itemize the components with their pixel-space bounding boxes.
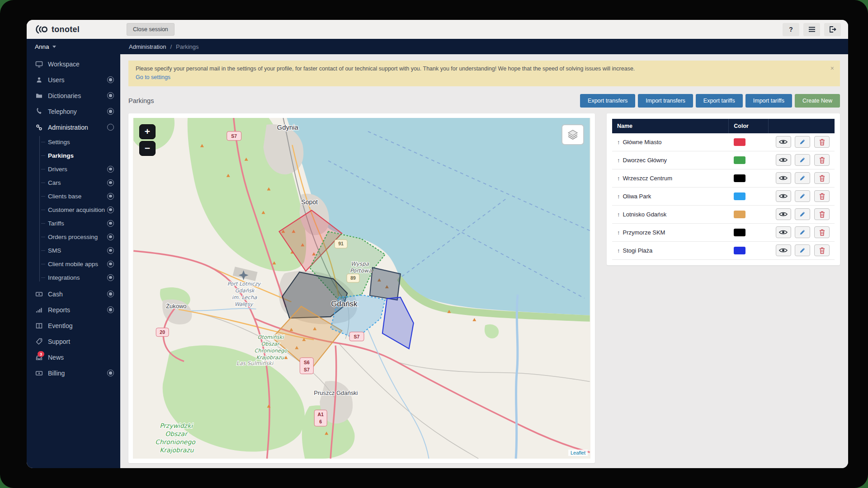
view-button[interactable]: [776, 154, 791, 166]
expand-icon[interactable]: [107, 220, 114, 227]
sidebar-item-telephony[interactable]: Telephony: [27, 103, 120, 119]
collapse-icon[interactable]: [107, 124, 114, 131]
create-new-button[interactable]: Create New: [795, 94, 840, 108]
color-swatch: [734, 174, 745, 182]
tag-icon: [35, 338, 43, 345]
sidebar-item-users[interactable]: Users: [27, 72, 120, 88]
user-menu[interactable]: Anna: [27, 39, 120, 54]
map-layers-button[interactable]: [561, 124, 584, 145]
sidebar-item-news[interactable]: 3 News: [27, 349, 120, 365]
edit-button[interactable]: [795, 136, 810, 148]
expand-icon[interactable]: [107, 274, 114, 281]
svg-text:Wałęsy: Wałęsy: [235, 301, 254, 307]
expand-icon[interactable]: [107, 76, 114, 83]
sidebar-item-orders-processing[interactable]: Orders processing: [48, 230, 120, 244]
edit-button[interactable]: [795, 154, 810, 166]
delete-button[interactable]: [814, 208, 830, 220]
view-button[interactable]: [776, 226, 791, 238]
sidebar-item-dictionaries[interactable]: Dictionaries: [27, 88, 120, 103]
table-header-row: Name Color: [612, 119, 835, 133]
delete-button[interactable]: [814, 190, 830, 202]
delete-button[interactable]: [814, 136, 830, 148]
export-tariffs-button[interactable]: Export tariffs: [696, 94, 743, 108]
leaflet-map[interactable]: Gdynia Sopot Gdańsk Żukowo Pruszcz Gdańs…: [133, 118, 590, 459]
help-button[interactable]: ?: [783, 23, 799, 36]
edit-button[interactable]: [795, 244, 810, 256]
sort-arrow-icon[interactable]: ↑: [617, 157, 620, 164]
sidebar-item-drivers[interactable]: Drivers: [48, 162, 120, 176]
delete-button[interactable]: [814, 172, 830, 184]
sidebar-item-sms[interactable]: SMS: [48, 244, 120, 257]
expand-icon[interactable]: [107, 92, 114, 99]
banner-close-icon[interactable]: ×: [830, 64, 834, 74]
sidebar-item-client-mobile-apps[interactable]: Client mobile apps: [48, 257, 120, 271]
sidebar-item-eventlog[interactable]: Eventlog: [27, 318, 120, 333]
column-header-color: Color: [729, 119, 769, 133]
zoom-out-button[interactable]: −: [139, 141, 156, 156]
breadcrumb-separator: /: [170, 43, 172, 50]
expand-icon[interactable]: [107, 370, 114, 376]
expand-icon[interactable]: [107, 108, 114, 115]
sidebar-item-clients-base[interactable]: Clients base: [48, 189, 120, 203]
sidebar-item-cash[interactable]: Cash: [27, 286, 120, 302]
sidebar-item-workspace[interactable]: Workspace: [27, 56, 120, 72]
close-session-button[interactable]: Close session: [127, 23, 175, 36]
user-name: Anna: [35, 43, 49, 50]
edit-button[interactable]: [795, 190, 810, 202]
svg-text:Port Lotniczy: Port Lotniczy: [227, 281, 262, 287]
folder-icon: [35, 92, 43, 99]
delete-button[interactable]: [814, 154, 830, 166]
news-badge: 3: [38, 351, 44, 357]
view-button[interactable]: [776, 190, 791, 202]
sort-arrow-icon[interactable]: ↑: [617, 193, 620, 200]
import-transfers-button[interactable]: Import transfers: [638, 94, 693, 108]
import-tariffs-button[interactable]: Import tariffs: [745, 94, 792, 108]
expand-icon[interactable]: [107, 247, 114, 254]
sidebar-item-administration[interactable]: Administration: [27, 119, 120, 135]
view-button[interactable]: [776, 244, 791, 256]
delete-button[interactable]: [814, 244, 830, 256]
zoom-in-button[interactable]: +: [139, 124, 156, 139]
sidebar-item-reports[interactable]: Reports: [27, 302, 120, 318]
sort-arrow-icon[interactable]: ↑: [617, 175, 620, 182]
parking-zone-3[interactable]: [370, 267, 401, 300]
sidebar-item-support[interactable]: Support: [27, 333, 120, 349]
sort-arrow-icon[interactable]: ↑: [617, 229, 620, 236]
svg-text:Gdańsk: Gdańsk: [235, 287, 255, 294]
menu-button[interactable]: [803, 23, 820, 36]
parking-zone-7[interactable]: [382, 297, 414, 349]
sort-arrow-icon[interactable]: ↑: [617, 139, 620, 145]
expand-icon[interactable]: [107, 166, 114, 173]
view-button[interactable]: [776, 172, 791, 184]
sidebar-item-customer-acquisition[interactable]: Customer acquisition: [48, 203, 120, 216]
edit-button[interactable]: [795, 172, 810, 184]
map-panel: Gdynia Sopot Gdańsk Żukowo Pruszcz Gdańs…: [128, 113, 595, 463]
sidebar-item-billing[interactable]: Billing: [27, 365, 120, 381]
go-to-settings-link[interactable]: Go to settings: [136, 73, 170, 82]
expand-icon[interactable]: [107, 179, 114, 186]
expand-icon[interactable]: [107, 234, 114, 240]
logout-button[interactable]: [824, 23, 841, 36]
leaflet-attribution[interactable]: Leaflet: [568, 450, 588, 456]
sidebar-item-settings[interactable]: Settings: [48, 135, 120, 149]
export-transfers-button[interactable]: Export transfers: [580, 94, 635, 108]
expand-icon[interactable]: [107, 306, 114, 313]
sort-arrow-icon[interactable]: ↑: [617, 247, 620, 254]
view-button[interactable]: [776, 208, 791, 220]
edit-button[interactable]: [795, 226, 810, 238]
sidebar-item-parkings[interactable]: Parkings: [48, 149, 120, 162]
sidebar-item-tariffs[interactable]: Tariffs: [48, 216, 120, 230]
breadcrumb-administration[interactable]: Administration: [129, 43, 166, 50]
expand-icon[interactable]: [107, 291, 114, 297]
expand-icon[interactable]: [107, 206, 114, 213]
sidebar-item-integrations[interactable]: Integrations: [48, 271, 120, 284]
delete-button[interactable]: [814, 226, 830, 238]
sidebar-item-cars[interactable]: Cars: [48, 176, 120, 189]
edit-button[interactable]: [795, 208, 810, 220]
view-button[interactable]: [776, 136, 791, 148]
expand-icon[interactable]: [107, 193, 114, 200]
svg-text:Krajobrazu: Krajobrazu: [160, 446, 194, 454]
parking-name: Dworzec Główny: [623, 157, 667, 164]
sort-arrow-icon[interactable]: ↑: [617, 211, 620, 218]
expand-icon[interactable]: [107, 261, 114, 267]
